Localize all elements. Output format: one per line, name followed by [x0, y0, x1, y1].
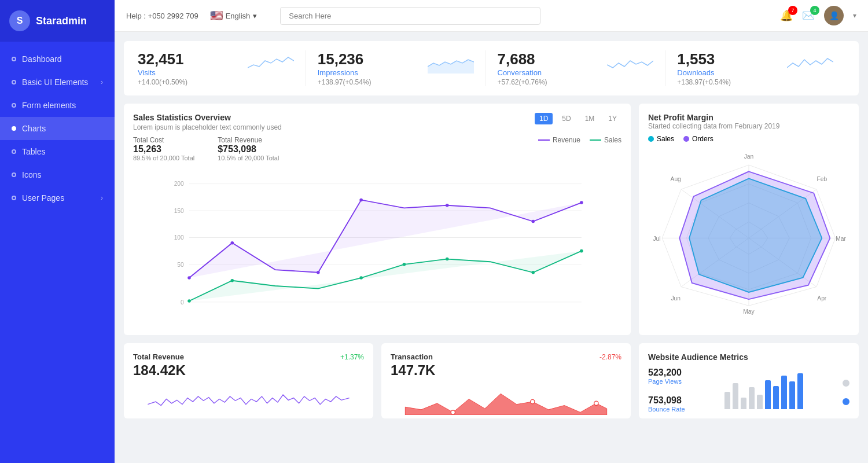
- conversation-sparkline: [607, 50, 653, 74]
- message-button[interactable]: ✉️ 4: [802, 9, 815, 22]
- sidebar-item-tables[interactable]: Tables: [0, 140, 115, 163]
- sidebar-label-basic-ui: Basic UI Elements: [22, 78, 88, 87]
- stat-visits: 32,451 Visits +14.00(+0.50%): [138, 50, 306, 86]
- legend-sales-line: [590, 139, 601, 141]
- sidebar-nav: Dashboard Basic UI Elements › Form eleme…: [0, 42, 115, 463]
- chevron-down-icon-user: ▾: [853, 12, 856, 20]
- svg-text:0: 0: [181, 299, 184, 306]
- downloads-change: +138.97(+0.54%): [677, 78, 731, 86]
- user-avatar[interactable]: 👤: [824, 6, 844, 25]
- svg-text:Apr: Apr: [817, 295, 827, 302]
- sidebar-item-charts[interactable]: Charts: [0, 117, 115, 140]
- main-content: Help : +050 2992 709 🇺🇸 English ▾ 🔔 7 ✉️…: [115, 0, 868, 463]
- svg-marker-49: [405, 394, 606, 415]
- sidebar-logo[interactable]: S Staradmin: [0, 0, 115, 42]
- impressions-change: +138.97(+0.54%): [318, 78, 372, 86]
- svg-text:Mar: Mar: [836, 236, 846, 242]
- sidebar-label-dashboard: Dashboard: [22, 54, 62, 64]
- radar-chart: Jan Feb Mar Apr May Jun Jul Aug: [648, 149, 849, 317]
- svg-marker-0: [428, 60, 474, 74]
- sales-chart-subtitle: Lorem ipsum is placeholder text commonly…: [133, 123, 282, 131]
- message-badge: 4: [810, 6, 819, 15]
- page-views-dot: [843, 380, 849, 387]
- header: Help : +050 2992 709 🇺🇸 English ▾ 🔔 7 ✉️…: [115, 0, 868, 32]
- sidebar-label-tables: Tables: [22, 147, 45, 156]
- search-input[interactable]: [280, 7, 540, 25]
- svg-text:150: 150: [174, 208, 184, 214]
- downloads-sparkline: [787, 50, 833, 74]
- svg-point-25: [532, 271, 535, 274]
- bar-3: [741, 398, 746, 409]
- language-selector[interactable]: 🇺🇸 English ▾: [210, 9, 258, 22]
- svg-text:Jul: Jul: [653, 236, 660, 242]
- net-profit-title: Net Profit Margin: [648, 113, 849, 122]
- conversation-change: +57.62(+0.76%): [498, 78, 547, 86]
- search-container: [280, 7, 540, 25]
- svg-point-24: [446, 258, 449, 261]
- transaction-change: -2.87%: [599, 353, 621, 361]
- bar-4: [749, 387, 755, 409]
- bounce-rate-label: Bounce Rate: [648, 406, 685, 413]
- sales-chart-title: Sales Statistics Overview: [133, 113, 282, 122]
- sidebar-label-charts: Charts: [22, 124, 46, 133]
- notification-badge: 7: [788, 6, 797, 15]
- bounce-rate-metric: 753,098 Bounce Rate: [648, 395, 685, 413]
- chevron-right-icon: ›: [101, 78, 103, 86]
- bar-5: [757, 395, 763, 409]
- sidebar-item-icons[interactable]: Icons: [0, 163, 115, 186]
- visits-change: +14.00(+0.50%): [138, 78, 187, 86]
- svg-point-15: [317, 271, 320, 274]
- filter-1y[interactable]: 1Y: [604, 113, 621, 124]
- page-views-metric: 523,200 Page Views: [648, 368, 685, 385]
- stats-row: 32,451 Visits +14.00(+0.50%) 15,236 Impr…: [124, 41, 859, 95]
- bounce-rate-value: 753,098: [648, 395, 685, 406]
- orders-legend-dot: [683, 136, 689, 142]
- net-profit-card: Net Profit Margin Started collecting dat…: [639, 104, 859, 335]
- total-revenue-title: Total Revenue: [133, 352, 184, 361]
- nav-dot-icons: [12, 172, 16, 177]
- svg-text:May: May: [743, 308, 755, 315]
- sidebar-item-user-pages[interactable]: User Pages ›: [0, 186, 115, 210]
- total-revenue-sparkline: [133, 383, 364, 415]
- header-icons: 🔔 7 ✉️ 4 👤 ▾: [780, 6, 856, 25]
- logo-text: Staradmin: [36, 15, 87, 27]
- svg-point-16: [359, 199, 363, 202]
- bar-7: [773, 386, 779, 409]
- radar-legend: Sales Orders: [648, 135, 849, 143]
- sales-legend-label: Sales: [657, 135, 674, 143]
- help-text: Help : +050 2992 709: [126, 12, 198, 20]
- chart-meta: Total Cost 15,263 89.5% of 20,000 Total …: [133, 136, 279, 161]
- svg-point-52: [594, 401, 598, 405]
- svg-point-17: [446, 204, 449, 207]
- nav-dot-form-elements: [12, 103, 16, 108]
- page-views-value: 523,200: [648, 368, 682, 378]
- net-profit-subtitle: Started collecting data from February 20…: [648, 122, 849, 130]
- bottom-row: Total Revenue +1.37% 184.42K Transaction…: [124, 343, 859, 418]
- sidebar-label-user-pages: User Pages: [22, 193, 64, 203]
- sidebar-item-dashboard[interactable]: Dashboard: [0, 47, 115, 71]
- svg-text:Jun: Jun: [671, 295, 681, 302]
- svg-point-18: [532, 220, 535, 223]
- metric-dots: [843, 380, 849, 405]
- total-revenue-sub: 10.5% of 20,000 Total: [218, 155, 279, 161]
- chevron-down-icon: ▾: [253, 12, 257, 20]
- visits-sparkline: [248, 50, 294, 74]
- notification-button[interactable]: 🔔 7: [780, 9, 793, 22]
- total-revenue-card: Total Revenue +1.37% 184.42K: [124, 343, 373, 418]
- sidebar-item-form-elements[interactable]: Form elements: [0, 94, 115, 117]
- sidebar-item-basic-ui[interactable]: Basic UI Elements ›: [0, 71, 115, 94]
- nav-dot-user-pages: [12, 196, 16, 200]
- filter-1d[interactable]: 1D: [535, 113, 553, 124]
- stat-impressions: 15,236 Impressions +138.97(+0.54%): [318, 50, 486, 86]
- stat-conversation: 7,688 Conversation +57.62(+0.76%): [498, 50, 666, 86]
- svg-point-51: [531, 399, 535, 403]
- filter-1m[interactable]: 1M: [580, 113, 599, 124]
- visits-value: 32,451: [138, 50, 187, 68]
- svg-point-19: [580, 201, 583, 204]
- total-cost-sub: 89.5% of 20,000 Total: [133, 155, 194, 161]
- nav-dot-basic-ui: [12, 80, 16, 84]
- bar-10: [797, 373, 803, 409]
- transaction-value: 147.7K: [391, 362, 621, 379]
- nav-dot-tables: [12, 149, 16, 154]
- filter-5d[interactable]: 5D: [557, 113, 575, 124]
